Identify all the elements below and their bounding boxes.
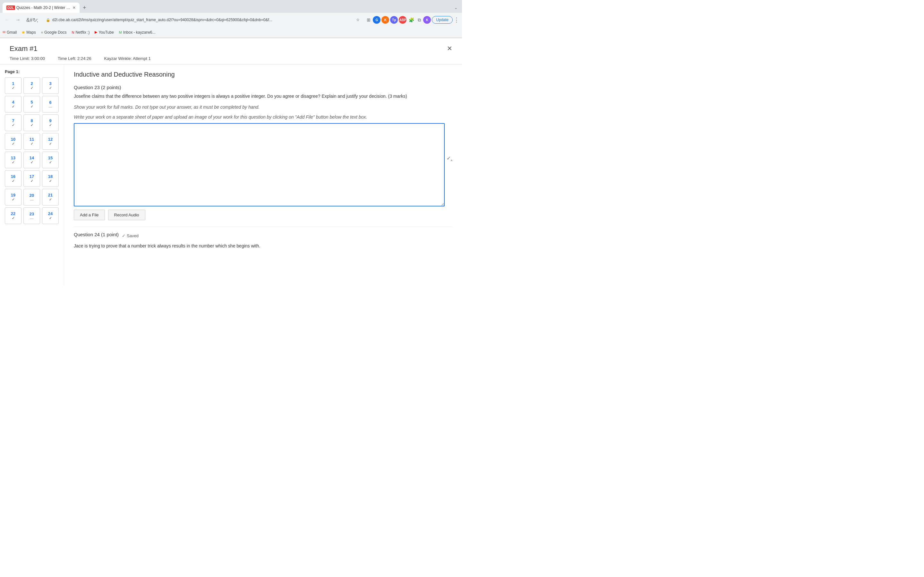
bookmark-maps[interactable]: ◉ Maps [22, 30, 36, 35]
question-btn-21[interactable]: 21 ✓ [42, 189, 59, 205]
question-btn-7[interactable]: 7 ✓ [5, 114, 21, 131]
split-screen-icon[interactable]: ⧉ [417, 16, 422, 24]
question-btn-13[interactable]: 13 ✓ [5, 152, 21, 168]
question-btn-24[interactable]: 24 ✓ [42, 207, 59, 224]
attempt-info: Kayzar Winkle: Attempt 1 [104, 56, 150, 61]
gmail-label: Gmail [7, 30, 17, 35]
question-btn-22[interactable]: 22 ✓ [5, 207, 21, 224]
tab-bar: D2L Quizzes - Math 20-2 | Winter 2... ✕ … [0, 0, 462, 13]
url-text: d2l.cbe.ab.ca/d2l/lms/quizzing/user/atte… [52, 18, 354, 22]
address-bar[interactable]: 🔒 d2l.cbe.ab.ca/d2l/lms/quizzing/user/at… [42, 15, 363, 25]
question-btn-23[interactable]: 23 — [23, 207, 40, 224]
answer-textarea-23[interactable] [74, 123, 445, 206]
content-area: Inductive and Deductive Reasoning Questi… [64, 64, 462, 285]
question-btn-18[interactable]: 18 ✓ [42, 170, 59, 187]
page-label: Page 1: [5, 69, 59, 74]
user-avatar[interactable]: K [423, 16, 431, 24]
question-btn-10[interactable]: 10 ✓ [5, 133, 21, 150]
new-tab-button[interactable]: + [81, 4, 88, 12]
main-layout: Page 1: 1 ✓ 2 ✓ 3 ✓ [0, 64, 462, 285]
tab-title: Quizzes - Math 20-2 | Winter 2... [16, 5, 71, 10]
exam-title: Exam #1 [10, 45, 452, 53]
question-23-text: Josefine claims that the difference betw… [74, 93, 452, 100]
netflix-favicon: N [71, 31, 74, 34]
ext-google[interactable]: G [373, 16, 381, 24]
question-btn-17[interactable]: 17 ✓ [23, 170, 40, 187]
tab-search-button[interactable]: ⌄ [452, 4, 459, 11]
question-23-block: Question 23 (2 points) Josefine claims t… [74, 85, 452, 220]
question-row-3: 7 ✓ 8 ✓ 9 ✓ [5, 114, 59, 131]
question-btn-14[interactable]: 14 ✓ [23, 152, 40, 168]
question-row-8: 22 ✓ 23 — 24 ✓ [5, 207, 59, 224]
page-content: Exam #1 Time Limit: 3:00:00 Time Left: 2… [0, 38, 462, 288]
question-row-1: 1 ✓ 2 ✓ 3 ✓ [5, 77, 59, 94]
saved-badge: ✓ Saved [122, 234, 139, 238]
question-btn-15[interactable]: 15 ✓ [42, 152, 59, 168]
active-tab[interactable]: D2L Quizzes - Math 20-2 | Winter 2... ✕ [3, 3, 79, 13]
ext-tp[interactable]: Tp [390, 16, 398, 24]
tab-favicon: D2L [6, 5, 15, 10]
extension-icons: ⊞ G K Tp ABP 🧩 ⧉ K Update ⋮ [365, 16, 459, 24]
forward-button[interactable]: → [13, 16, 23, 24]
bookmarks-bar: ✉ Gmail ◉ Maps ≡ Google Docs N Netflix :… [0, 27, 462, 38]
question-row-7: 19 ✓ 20 — 21 ✓ [5, 189, 59, 205]
bookmark-netflix[interactable]: N Netflix :) [71, 30, 89, 35]
action-buttons-23: Add a File Record Audio [74, 210, 452, 220]
question-23-instruction1: Show your work for full marks. Do not ty… [74, 103, 452, 111]
extensions-button[interactable]: ⊞ [365, 16, 372, 24]
question-btn-5[interactable]: 5 ✓ [23, 96, 40, 113]
add-file-button[interactable]: Add a File [74, 210, 105, 220]
reload-button[interactable]: &#↻; [24, 16, 40, 24]
question-24-label: Question 24 (1 point) [74, 232, 119, 237]
saved-check-icon: ✓ [122, 234, 126, 238]
inbox-favicon: M [119, 31, 122, 34]
section-title: Inductive and Deductive Reasoning [74, 71, 452, 78]
question-row-4: 10 ✓ 11 ✓ 12 ✓ [5, 133, 59, 150]
spell-check-button[interactable]: ✓A [447, 155, 452, 162]
question-btn-8[interactable]: 8 ✓ [23, 114, 40, 131]
question-24-block: Question 24 (1 point) ✓ Saved Jace is tr… [74, 227, 452, 250]
question-btn-11[interactable]: 11 ✓ [23, 133, 40, 150]
ext-abp[interactable]: ABP [399, 16, 407, 24]
bookmark-inbox[interactable]: M Inbox - kayzarw6... [119, 30, 156, 35]
close-exam-button[interactable]: ✕ [447, 45, 452, 52]
question-row-2: 4 ✓ 5 ✓ 6 — [5, 96, 59, 113]
exam-meta: Time Limit: 3:00:00 Time Left: 2:24:26 K… [10, 56, 452, 61]
question-btn-16[interactable]: 16 ✓ [5, 170, 21, 187]
bookmark-gmail[interactable]: ✉ Gmail [3, 30, 17, 35]
exam-header: Exam #1 Time Limit: 3:00:00 Time Left: 2… [0, 38, 462, 64]
question-btn-6[interactable]: 6 — [42, 96, 59, 113]
question-23-label: Question 23 (2 points) [74, 85, 452, 90]
ext-k[interactable]: K [381, 16, 389, 24]
question-btn-1[interactable]: 1 ✓ [5, 77, 21, 94]
bookmark-docs[interactable]: ≡ Google Docs [41, 30, 67, 35]
toolbar: ← → &#↻; 🔒 d2l.cbe.ab.ca/d2l/lms/quizzin… [0, 13, 462, 27]
update-button[interactable]: Update [432, 16, 453, 24]
question-btn-12[interactable]: 12 ✓ [42, 133, 59, 150]
question-btn-3[interactable]: 3 ✓ [42, 77, 59, 94]
bookmark-star-icon[interactable]: ☆ [356, 18, 360, 22]
question-btn-2[interactable]: 2 ✓ [23, 77, 40, 94]
lock-icon: 🔒 [46, 18, 50, 22]
gmail-favicon: ✉ [3, 30, 5, 34]
question-24-header: Question 24 (1 point) ✓ Saved [74, 232, 452, 240]
back-button[interactable]: ← [3, 16, 11, 24]
docs-label: Google Docs [44, 30, 66, 35]
question-btn-9[interactable]: 9 ✓ [42, 114, 59, 131]
bookmark-youtube[interactable]: ▶ YouTube [95, 30, 113, 35]
record-audio-button[interactable]: Record Audio [108, 210, 145, 220]
chrome-menu-button[interactable]: ⋮ [454, 16, 459, 23]
puzzle-icon[interactable]: 🧩 [407, 16, 415, 24]
maps-favicon: ◉ [22, 30, 25, 34]
question-row-6: 16 ✓ 17 ✓ 18 ✓ [5, 170, 59, 187]
close-tab-button[interactable]: ✕ [73, 5, 76, 10]
question-btn-19[interactable]: 19 ✓ [5, 189, 21, 205]
question-btn-20[interactable]: 20 — [23, 189, 40, 205]
question-row-5: 13 ✓ 14 ✓ 15 ✓ [5, 152, 59, 168]
time-left: Time Left: 2:24:26 [58, 56, 91, 61]
youtube-label: YouTube [99, 30, 113, 35]
question-btn-4[interactable]: 4 ✓ [5, 96, 21, 113]
answer-area: ✓A [74, 123, 452, 206]
browser-chrome: D2L Quizzes - Math 20-2 | Winter 2... ✕ … [0, 0, 462, 38]
docs-favicon: ≡ [41, 31, 43, 34]
